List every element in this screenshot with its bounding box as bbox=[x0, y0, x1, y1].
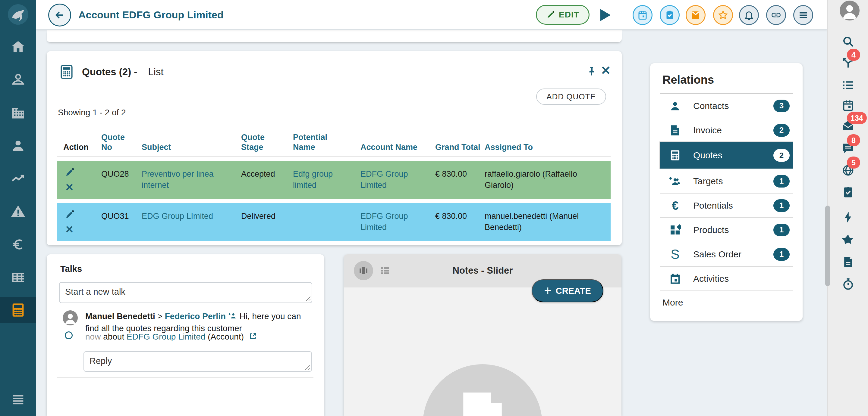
talk-author-avatar[interactable] bbox=[63, 310, 78, 325]
link-button[interactable] bbox=[766, 5, 786, 25]
calendar-button[interactable] bbox=[632, 5, 652, 25]
chat-button[interactable]: 8 bbox=[828, 139, 868, 157]
sidebar-item-reports[interactable] bbox=[0, 264, 36, 291]
timer-button[interactable] bbox=[828, 275, 868, 293]
plus-icon: + bbox=[544, 285, 552, 297]
app-logo[interactable] bbox=[8, 4, 28, 25]
workflow-badge: 4 bbox=[847, 49, 860, 61]
approvals-button[interactable] bbox=[828, 183, 868, 201]
mail-button[interactable] bbox=[686, 5, 706, 25]
quote-row-QUO28[interactable]: ✕ QUO28 Preventivo per linea internet Ac… bbox=[57, 161, 611, 199]
edit-row-icon[interactable] bbox=[64, 167, 75, 178]
page-scrollbar[interactable] bbox=[825, 206, 830, 286]
sidebar-item-contacts[interactable] bbox=[0, 66, 36, 93]
sidebar-item-potentials[interactable] bbox=[0, 231, 36, 258]
envelope-icon bbox=[690, 10, 701, 21]
person-icon bbox=[10, 138, 26, 153]
col-account-name[interactable]: Account Name bbox=[361, 142, 430, 152]
user-avatar[interactable] bbox=[840, 1, 860, 21]
euro-icon: € bbox=[669, 200, 681, 212]
cell-subject-link[interactable]: EDG Group LImited bbox=[142, 211, 235, 222]
resize-grip-icon[interactable] bbox=[306, 297, 310, 301]
talk-to-link[interactable]: Federico Perlin bbox=[165, 312, 226, 321]
table-icon bbox=[10, 270, 26, 285]
quotes-table: Action Quote No Subject Quote Stage Pote… bbox=[57, 127, 611, 241]
clipboard-check-icon bbox=[841, 185, 855, 199]
file-icon bbox=[841, 255, 855, 269]
calendar-icon bbox=[637, 10, 648, 21]
cell-potential-link[interactable]: Edfg group limited bbox=[293, 169, 344, 191]
sidebar-item-leads[interactable] bbox=[0, 132, 36, 160]
sales-order-icon: S bbox=[669, 248, 681, 261]
cell-subject-link[interactable]: Preventivo per linea internet bbox=[142, 169, 235, 191]
sidebar-item-organizations[interactable] bbox=[0, 99, 36, 127]
edit-row-icon[interactable] bbox=[64, 209, 75, 220]
cell-stage: Delivered bbox=[241, 211, 283, 222]
back-button[interactable] bbox=[48, 4, 71, 27]
calendar-strip-button[interactable] bbox=[828, 96, 868, 114]
delete-row-icon[interactable]: ✕ bbox=[65, 223, 74, 235]
relation-label: Quotes bbox=[693, 150, 722, 161]
sidebar-item-home[interactable] bbox=[0, 33, 36, 61]
favorites-button[interactable] bbox=[713, 5, 733, 25]
talk-meta: now about EDFG Group Limited (Account) bbox=[85, 332, 257, 342]
sidebar-item-quotes-active[interactable] bbox=[0, 297, 36, 323]
notifications-button[interactable] bbox=[739, 5, 759, 25]
relation-item-quotes-selected[interactable]: Quotes 2 bbox=[660, 142, 793, 169]
new-talk-input[interactable]: Start a new talk bbox=[59, 282, 312, 303]
sidebar-item-cases[interactable] bbox=[0, 198, 36, 225]
list-icon bbox=[841, 78, 855, 92]
workflow-button[interactable]: 4 bbox=[828, 54, 868, 72]
add-quote-button[interactable]: ADD QUOTE bbox=[536, 89, 606, 105]
starred-button[interactable] bbox=[828, 231, 868, 249]
external-link-icon[interactable] bbox=[249, 332, 257, 341]
global-search-button[interactable] bbox=[828, 33, 868, 50]
talk-about-link[interactable]: EDFG Group Limited bbox=[127, 332, 205, 341]
sidebar-item-menu[interactable] bbox=[0, 386, 36, 414]
relation-item-invoice[interactable]: Invoice 2 bbox=[660, 118, 793, 142]
cell-account-link[interactable]: EDFG Group Limited bbox=[361, 169, 430, 191]
relation-item-activities[interactable]: Activities bbox=[660, 266, 793, 290]
widget-close-icon[interactable]: ✕ bbox=[601, 65, 611, 76]
sidebar-item-opportunities[interactable] bbox=[0, 164, 36, 192]
actions-button[interactable] bbox=[828, 208, 868, 227]
calendar-icon bbox=[669, 273, 681, 285]
talk-status-ring[interactable] bbox=[65, 332, 73, 339]
resize-grip-icon[interactable] bbox=[305, 365, 310, 370]
euro-icon bbox=[10, 237, 26, 252]
link-icon bbox=[771, 10, 781, 21]
relation-item-sales-order[interactable]: S Sales Order 1 bbox=[660, 242, 793, 266]
relation-item-targets[interactable]: Targets 1 bbox=[660, 169, 793, 193]
relation-item-contacts[interactable]: Contacts 3 bbox=[660, 93, 793, 118]
list-button[interactable] bbox=[828, 76, 868, 94]
create-note-button[interactable]: + CREATE bbox=[532, 279, 603, 302]
col-quote-stage[interactable]: Quote Stage bbox=[241, 133, 283, 152]
col-quote-no[interactable]: Quote No bbox=[101, 133, 137, 152]
edit-button-label: EDIT bbox=[559, 10, 579, 20]
reply-input[interactable]: Reply bbox=[84, 351, 312, 372]
relations-panel: Relations Contacts 3 Invoice 2 Quotes 2 … bbox=[650, 63, 803, 321]
documents-button[interactable] bbox=[828, 253, 868, 271]
relation-count-badge: 3 bbox=[773, 100, 789, 112]
reply-placeholder: Reply bbox=[90, 356, 112, 366]
play-button[interactable] bbox=[600, 9, 611, 21]
col-assigned-to[interactable]: Assigned To bbox=[485, 142, 605, 152]
relations-more-button[interactable]: More bbox=[660, 290, 793, 314]
relation-label: Contacts bbox=[693, 101, 729, 111]
menu-button[interactable] bbox=[793, 5, 813, 25]
cell-account-link[interactable]: EDFG Group Limited bbox=[361, 211, 430, 233]
inbox-button[interactable]: 134 bbox=[828, 117, 868, 135]
relation-item-products[interactable]: Products 1 bbox=[660, 217, 793, 242]
quote-row-QUO31[interactable]: ✕ QUO31 EDG Group LImited Delivered EDFG… bbox=[57, 203, 611, 241]
col-grand-total[interactable]: Grand Total bbox=[435, 142, 480, 152]
col-potential-name[interactable]: Potential Name bbox=[293, 133, 344, 152]
tasks-button[interactable] bbox=[660, 5, 680, 25]
pin-icon[interactable] bbox=[586, 66, 597, 76]
edit-button[interactable]: EDIT bbox=[536, 5, 590, 25]
building-icon bbox=[10, 105, 26, 120]
delete-row-icon[interactable]: ✕ bbox=[65, 181, 74, 193]
col-subject[interactable]: Subject bbox=[142, 142, 235, 152]
relation-item-potentials[interactable]: € Potentials 1 bbox=[660, 193, 793, 217]
web-button[interactable]: 5 bbox=[828, 161, 868, 179]
calculator-icon bbox=[669, 149, 681, 161]
